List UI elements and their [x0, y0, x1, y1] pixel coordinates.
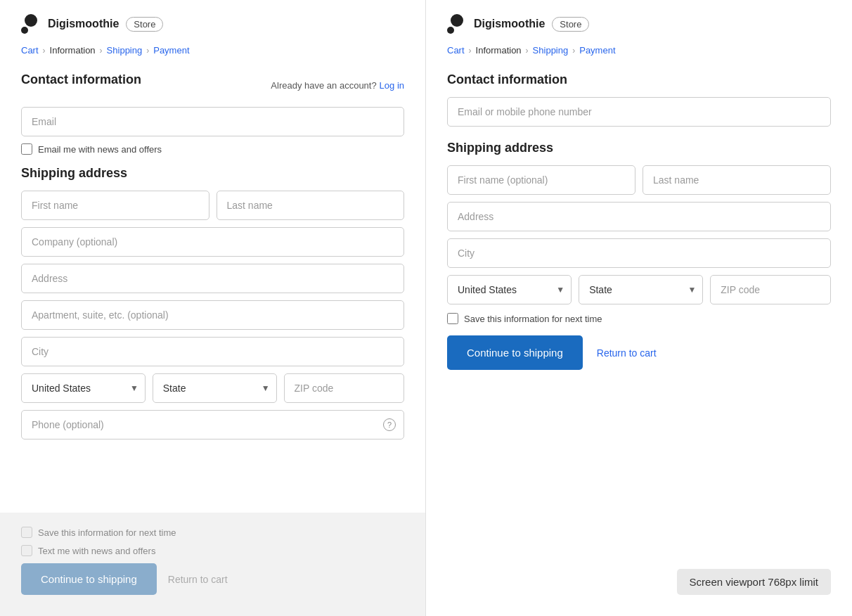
breadcrumb-information[interactable]: Information [50, 45, 96, 56]
right-name-row [447, 165, 831, 195]
right-zip-input[interactable] [710, 275, 831, 304]
email-checkbox[interactable] [21, 143, 32, 155]
right-first-name-input[interactable] [447, 165, 635, 195]
right-breadcrumb-sep-2: › [526, 46, 529, 56]
right-breadcrumb-sep-3: › [572, 46, 575, 56]
right-breadcrumb: Cart › Information › Shipping › Payment [447, 45, 831, 56]
text-checkbox-dimmed [21, 545, 32, 556]
company-group [21, 227, 404, 257]
store-badge: Store [126, 17, 163, 32]
right-save-label: Save this information for next time [464, 314, 602, 324]
save-checkbox-dimmed [21, 527, 32, 538]
logo-name: Digismoothie [48, 18, 119, 30]
email-group [21, 107, 404, 136]
right-return-cart-link[interactable]: Return to cart [597, 336, 657, 370]
breadcrumb-cart[interactable]: Cart [21, 45, 39, 56]
right-email-group [447, 97, 831, 127]
right-panel: Digismoothie Store Cart › Information › … [426, 0, 852, 616]
return-cart-link-dimmed: Return to cart [168, 574, 228, 585]
country-select[interactable]: United States [21, 373, 146, 403]
right-breadcrumb-information[interactable]: Information [476, 45, 522, 56]
address-input[interactable] [21, 264, 404, 293]
right-logo-icon [447, 14, 467, 34]
account-prompt-text: Already have an account? [271, 80, 376, 91]
right-save-row: Save this information for next time [447, 313, 831, 324]
right-save-checkbox[interactable] [447, 313, 458, 324]
right-continue-shipping-button[interactable]: Continue to shipping [447, 335, 583, 370]
apartment-input[interactable] [21, 300, 404, 330]
right-city-input[interactable] [447, 238, 831, 268]
state-select[interactable]: State [153, 373, 277, 403]
zip-input[interactable] [284, 373, 404, 403]
right-last-name-input[interactable] [643, 165, 831, 195]
company-input[interactable] [21, 227, 404, 257]
city-group [21, 337, 404, 366]
logo-icon [21, 14, 41, 34]
right-state-wrapper: State ▼ [579, 275, 703, 304]
contact-title: Contact information [21, 72, 141, 87]
right-breadcrumb-payment[interactable]: Payment [579, 45, 615, 56]
right-logo-area: Digismoothie Store [447, 14, 831, 34]
right-shipping-title: Shipping address [447, 141, 831, 155]
account-row: Contact information Already have an acco… [21, 72, 404, 97]
left-panel: Digismoothie Store Cart › Information › … [0, 0, 426, 616]
logo-area: Digismoothie Store [21, 14, 404, 34]
save-info-label: Save this information for next time [38, 527, 176, 538]
right-logo-name: Digismoothie [474, 18, 545, 30]
shipping-title: Shipping address [21, 166, 404, 181]
breadcrumb-sep-3: › [146, 46, 149, 56]
account-prompt-row: Already have an account? Log in [271, 79, 404, 91]
right-breadcrumb-sep-1: › [469, 46, 472, 56]
right-state-select[interactable]: State [579, 275, 703, 304]
continue-shipping-button-dimmed: Continue to shipping [21, 563, 157, 595]
apartment-group [21, 300, 404, 330]
right-breadcrumb-cart[interactable]: Cart [447, 45, 465, 56]
text-offers-label: Text me with news and offers [38, 546, 155, 556]
phone-help-icon[interactable]: ? [383, 418, 396, 431]
right-breadcrumb-shipping[interactable]: Shipping [533, 45, 569, 56]
right-store-badge: Store [552, 17, 589, 32]
breadcrumb-sep-2: › [100, 46, 103, 56]
right-city-group [447, 238, 831, 268]
right-email-input[interactable] [447, 97, 831, 127]
email-checkbox-label: Email me with news and offers [38, 144, 162, 155]
right-address-group [447, 202, 831, 231]
breadcrumb-sep-1: › [43, 46, 46, 56]
address-group [21, 264, 404, 293]
right-country-wrapper: United States ▼ [447, 275, 572, 304]
right-buttons-row: Continue to shipping Return to cart [447, 335, 831, 370]
last-name-input[interactable] [217, 191, 405, 220]
right-address-input[interactable] [447, 202, 831, 231]
email-checkbox-row: Email me with news and offers [21, 143, 404, 155]
name-row [21, 191, 404, 220]
phone-input[interactable] [21, 410, 404, 439]
right-country-select[interactable]: United States [447, 275, 572, 304]
dimmed-buttons: Continue to shipping Return to cart [21, 563, 404, 595]
text-offers-row: Text me with news and offers [21, 545, 404, 556]
right-location-row: United States ▼ State ▼ [447, 275, 831, 304]
country-wrapper: United States ▼ [21, 373, 146, 403]
first-name-input[interactable] [21, 191, 209, 220]
email-input[interactable] [21, 107, 404, 136]
right-contact-title: Contact information [447, 72, 831, 87]
state-wrapper: State ▼ [153, 373, 277, 403]
save-info-row: Save this information for next time [21, 527, 404, 538]
breadcrumb-shipping[interactable]: Shipping [107, 45, 143, 56]
location-row: United States ▼ State ▼ [21, 373, 404, 403]
phone-row: ? [21, 410, 404, 439]
breadcrumb-payment[interactable]: Payment [153, 45, 189, 56]
dimmed-section: Save this information for next time Text… [0, 513, 425, 616]
login-link[interactable]: Log in [380, 80, 404, 91]
breadcrumb: Cart › Information › Shipping › Payment [21, 45, 404, 56]
city-input[interactable] [21, 337, 404, 366]
viewport-badge: Screen viewport 768px limit [677, 569, 831, 595]
